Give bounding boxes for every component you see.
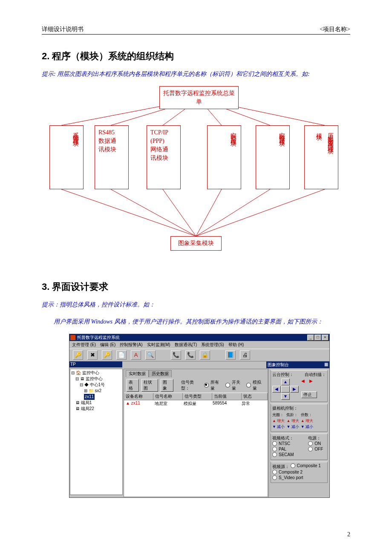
menu-sys[interactable]: 系统管理(S): [201, 342, 224, 348]
app-menubar: 文件管理 (E) 编辑 (E) 控制报警(A) 实时监测(M) 数据通讯(T) …: [69, 341, 329, 349]
radio-all[interactable]: 所有量: [204, 379, 223, 391]
tool-print-icon[interactable]: 🖨: [240, 350, 250, 360]
ptz-dpad[interactable]: ▲ ◀▶ ▼: [272, 379, 299, 400]
right-panel-title: 图象控制台▦: [266, 361, 329, 368]
module-box-3: TCP/IP (PPP) 网络通 讯模块: [147, 125, 181, 189]
radio-analog[interactable]: 模拟量: [246, 379, 265, 391]
tree-titlebar: TP: [69, 361, 122, 367]
diagram-root-box: 托普数字远程监控系统总菜单: [159, 86, 239, 110]
btn-table[interactable]: 表格: [127, 379, 139, 392]
svg-line-6: [61, 189, 196, 236]
grp-camera: 摄相机控制： 光圈：▲ 增大▼ 减小 焦距：▲ 增大▼ 减小 倍数：▲ 增大▼ …: [271, 404, 328, 432]
zoom-inc[interactable]: ▲ 增大: [301, 418, 313, 424]
menu-comm[interactable]: 数据通讯(T): [175, 342, 197, 348]
app-icon: [70, 335, 75, 340]
tab-realtime[interactable]: 实时数据: [126, 370, 149, 377]
tool-search-icon[interactable]: 🔍: [145, 350, 156, 360]
module-box-5: 实时报警模块: [256, 125, 290, 189]
grp-vfmt-power: 视频格式： NTSC PAL SECAM 电源： ON OFF: [271, 434, 328, 460]
vsrc-svideo[interactable]: S_Video port: [272, 475, 303, 480]
maximize-button[interactable]: □: [314, 335, 321, 341]
section-2-tip: 提示: 用层次图表列出本程序系统内各层模块和程序单元的名称（标识符）和它们之间的…: [42, 69, 350, 80]
tool-book-icon[interactable]: 📘: [225, 350, 236, 360]
vfmt-ntsc[interactable]: NTSC: [272, 441, 290, 446]
tab-history[interactable]: 历史数据: [149, 370, 172, 377]
page-number: 2: [347, 531, 350, 538]
section-3-tip-1: 提示：指明总体风格，控件设计标准。如：: [42, 299, 350, 311]
running-header: 详细设计说明书 <项目名称>: [42, 26, 350, 35]
tool-key-icon[interactable]: 🔑: [73, 350, 83, 360]
power-on[interactable]: ON: [308, 441, 321, 446]
app-titlebar: 托普数字远程监控系统 _ □ ×: [69, 334, 329, 341]
module-box-6: 历史数据查询统计模块 模块: [304, 125, 338, 189]
app-toolbar: 🔑 ✖ 🔑 📄 A 🔍 📞 📞 🔒 📘 🖨: [69, 349, 329, 361]
screenshot-app-window: 托普数字远程监控系统 _ □ × 文件管理 (E) 编辑 (E) 控制报警(A)…: [69, 334, 330, 498]
ptz-down-icon: ▼: [281, 393, 290, 400]
menu-alarm[interactable]: 控制报警(A): [120, 342, 142, 348]
btn-pillar[interactable]: 柱状图: [141, 379, 158, 392]
menu-monitor[interactable]: 实时监测(M): [147, 342, 170, 348]
tool-delete-icon[interactable]: ✖: [87, 350, 98, 360]
diagram-child-box: 图象采集模块: [170, 236, 222, 251]
module-box-4: 实时监控模块: [207, 125, 241, 189]
data-table-header: 设备名称 信号名称 信号类型 当前值 状态: [124, 393, 268, 400]
tool-key2-icon[interactable]: 🔑: [102, 350, 112, 360]
focus-inc[interactable]: ▲ 增大: [286, 418, 299, 424]
iris-inc[interactable]: ▲ 增大: [272, 418, 285, 424]
tool-a-icon[interactable]: A: [131, 350, 141, 360]
focus-dec[interactable]: ▼ 减小: [286, 424, 299, 430]
svg-line-7: [111, 189, 196, 236]
vfmt-secam[interactable]: SECAM: [272, 452, 294, 457]
ptz-up-icon: ▲: [281, 379, 290, 385]
grp-ptz: 云台控制：自动扫描： ▲ ◀▶ ▼ ◀▶ 停止: [271, 370, 328, 402]
tree-view[interactable]: ⊟ 🏠 监控中心 ⊟ 🖥 监控中心 ⊟ ◆ 中心1号 ⊞ 📁 sx2 zx11 …: [70, 369, 123, 495]
zoom-dec[interactable]: ▼ 减小: [301, 424, 313, 430]
module-box-2: RS485 数据通 讯模块: [95, 125, 129, 189]
ptz-left-icon: ◀: [272, 386, 281, 393]
minimize-button[interactable]: _: [307, 335, 314, 341]
module-box-1: 系统管理模块: [49, 125, 84, 189]
label-sigtype: 信号类型：: [181, 379, 202, 391]
grp-vsrc: 视频源： Composite 1 Composite 2 S_Video por…: [271, 462, 328, 483]
vfmt-pal[interactable]: PAL: [272, 447, 286, 451]
menu-edit[interactable]: 编辑 (E): [100, 342, 115, 348]
tree-selected-item[interactable]: zx11: [84, 394, 95, 400]
svg-line-8: [163, 189, 196, 236]
section-3-title: 3. 界面设计要求: [42, 280, 350, 293]
module-hierarchy-diagram: 托普数字远程监控系统总菜单 系统管理模块 RS485 数据通 讯模块 TCP/I…: [43, 86, 349, 274]
section-2-title: 2. 程序（模块）系统的组织结构: [42, 50, 350, 63]
menu-help[interactable]: 帮助 (H): [228, 342, 244, 348]
close-button[interactable]: ×: [322, 335, 329, 341]
table-row[interactable]: ▲ zx11 地尼室 模拟量 589554 异常: [124, 400, 268, 407]
tool-phone2-icon[interactable]: 📞: [185, 350, 196, 360]
header-left: 详细设计说明书: [42, 26, 84, 33]
tool-sheet-icon[interactable]: 📄: [116, 350, 127, 360]
tool-lock-icon[interactable]: 🔒: [200, 350, 210, 360]
svg-line-9: [196, 189, 222, 236]
svg-line-11: [196, 189, 325, 236]
iris-dec[interactable]: ▼ 减小: [272, 424, 285, 430]
header-right: <项目名称>: [320, 26, 350, 33]
vsrc-comp2[interactable]: Composite 2: [272, 470, 303, 474]
ptz-right-icon: ▶: [290, 386, 299, 393]
btn-stop[interactable]: 停止: [301, 391, 317, 398]
tool-phone-icon[interactable]: 📞: [171, 350, 181, 360]
main-panel: 实时数据 历史数据 表格 柱状图 图象 信号类型： 所有量 开关量 模拟量 设备…: [124, 369, 268, 497]
radio-switch[interactable]: 开关量: [225, 379, 244, 391]
right-control-panel: 云台控制：自动扫描： ▲ ◀▶ ▼ ◀▶ 停止 摄相机: [268, 368, 329, 497]
menu-file[interactable]: 文件管理 (E): [72, 342, 96, 348]
svg-line-10: [196, 189, 270, 236]
btn-image[interactable]: 图象: [161, 379, 173, 392]
power-off[interactable]: OFF: [308, 447, 323, 451]
vsrc-comp1[interactable]: Composite 1: [291, 463, 321, 468]
section-3-tip-2: 用户界面采用 Windows 风格，便于用户进行操作。其控制面板作为操作通话的主…: [42, 316, 350, 328]
app-title: 托普数字远程监控系统: [77, 335, 120, 341]
